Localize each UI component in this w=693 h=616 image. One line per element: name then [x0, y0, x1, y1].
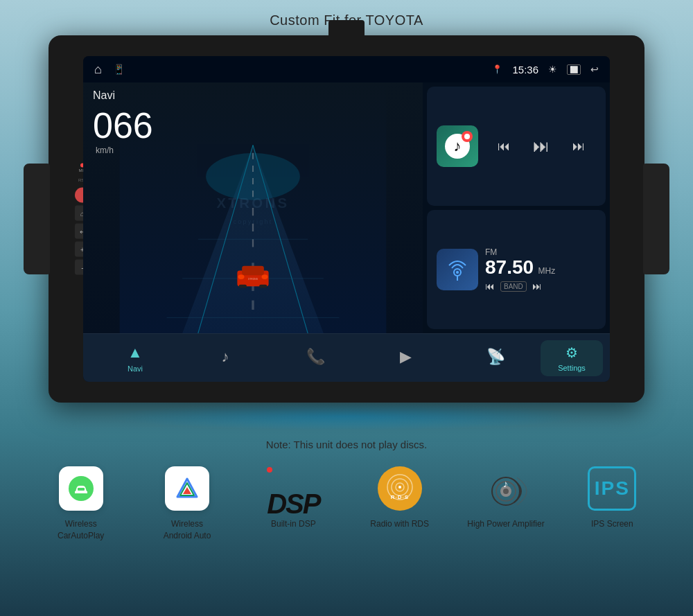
media-dock-icon: ▶: [400, 348, 412, 366]
dsp-label: Built-in DSP: [271, 518, 316, 530]
top-mount: [328, 20, 365, 37]
screen-dock: ▲ Navi ♪ 📞 ▶ 📡: [83, 333, 610, 382]
speed-unit: km/h: [96, 146, 114, 155]
svg-text:XTRONS: XTRONS: [216, 195, 289, 211]
amp-icon-box: ♪: [482, 464, 530, 513]
features-row: WirelessCarAutoPlay WirelessAndroid Auto: [0, 464, 693, 542]
phone-dock-icon: 📞: [306, 348, 325, 366]
navi-dock-icon: ▲: [128, 344, 143, 362]
svg-rect-14: [259, 285, 267, 288]
svg-rect-25: [77, 493, 80, 495]
svg-rect-12: [242, 266, 264, 276]
rds-label: Radio with RDS: [370, 518, 429, 530]
rds-inner: R·D·S: [383, 470, 417, 507]
music-widget: ♪ ⏮ ⏭ ⏭: [427, 87, 606, 206]
note-text: Note: This unit does not play discs.: [0, 439, 693, 450]
speed-display: 066 km/h: [93, 88, 153, 156]
svg-text:XTRONS: XTRONS: [248, 278, 258, 281]
feature-android-auto: WirelessAndroid Auto: [134, 464, 240, 542]
feature-dsp: DSP Built-in DSP: [240, 464, 346, 542]
dock-music[interactable]: ♪: [180, 348, 270, 369]
fm-band-button[interactable]: BAND: [500, 281, 527, 292]
right-panel: ♪ ⏮ ⏭ ⏭: [423, 82, 610, 333]
svg-point-21: [456, 271, 459, 274]
feature-rds: R·D·S Radio with RDS: [346, 464, 453, 542]
fm-icon-box: [437, 249, 478, 290]
android-auto-label: WirelessAndroid Auto: [164, 518, 211, 542]
fm-controls: ⏮ BAND ⏭: [485, 281, 596, 292]
svg-rect-26: [82, 493, 85, 495]
phone-status-icon: 📱: [113, 64, 125, 75]
carplay-label: WirelessCarAutoPlay: [58, 518, 104, 542]
music-icon-box: ♪: [437, 125, 478, 167]
features-section: WirelessCarAutoPlay WirelessAndroid Auto: [0, 464, 693, 542]
settings-dock-label: Settings: [558, 364, 586, 372]
brightness-icon[interactable]: ☀: [548, 64, 557, 75]
dsp-text: DSP: [267, 457, 319, 520]
window-icon[interactable]: ⬜: [567, 64, 581, 75]
rec-indicator: [462, 131, 473, 142]
ips-icon-box: IPS: [588, 466, 636, 511]
svg-point-41: [503, 489, 509, 494]
next-button[interactable]: ⏭: [572, 139, 585, 154]
fm-next-button[interactable]: ⏭: [532, 281, 542, 292]
svg-point-15: [238, 274, 245, 279]
navi-panel: Navi 066 km/h: [83, 82, 423, 333]
car-silhouette: XTRONS: [237, 266, 268, 288]
svg-point-16: [261, 274, 267, 279]
dock-phone[interactable]: 📞: [270, 348, 360, 369]
fm-info: FM 87.50 MHz ⏮ BAND ⏭: [485, 247, 596, 292]
fm-prev-button[interactable]: ⏮: [485, 281, 495, 292]
bracket-right: [643, 164, 669, 274]
svg-text:copyright: copyright: [233, 218, 272, 225]
svg-text:♪: ♪: [503, 478, 508, 489]
music-controls: ⏮ ⏭ ⏭: [486, 137, 596, 156]
dock-radio[interactable]: 📡: [450, 348, 541, 369]
android-auto-icon-box: [163, 464, 211, 513]
svg-text:R·D·S: R·D·S: [390, 494, 408, 500]
home-icon[interactable]: ⌂: [94, 62, 102, 77]
time-display: 15:36: [512, 64, 538, 76]
android-auto-svg: [172, 473, 202, 504]
unit-glow-shadow: [104, 403, 589, 430]
playpause-button[interactable]: ⏭: [533, 137, 550, 156]
navi-dock-label: Navi: [128, 364, 143, 373]
dsp-icon-box: DSP: [269, 464, 317, 513]
svg-rect-13: [239, 285, 247, 288]
prev-button[interactable]: ⏮: [498, 139, 510, 154]
settings-dock-icon: ⚙: [565, 344, 578, 361]
screen-main-content: Navi 066 km/h: [83, 82, 610, 333]
topbar-right: 📍 15:36 ☀ ⬜ ↩: [492, 64, 599, 76]
radio-dock-icon: 📡: [486, 348, 505, 366]
carplay-svg: [66, 473, 96, 504]
rds-outer: R·D·S: [378, 466, 422, 511]
fm-label: FM: [485, 247, 596, 257]
topbar-left: ⌂ 📱: [94, 62, 125, 77]
navi-content: Navi 066 km/h: [83, 82, 423, 333]
dsp-icon: DSP: [269, 468, 317, 509]
ips-label: IPS Screen: [591, 518, 633, 530]
fm-unit: MHz: [538, 266, 556, 276]
dock-settings[interactable]: ⚙ Settings: [541, 340, 603, 376]
svg-point-36: [398, 486, 401, 489]
back-icon[interactable]: ↩: [590, 64, 599, 75]
android-auto-icon: [165, 466, 209, 511]
rds-svg: R·D·S: [383, 470, 417, 504]
location-icon: 📍: [492, 64, 502, 74]
fm-frequency-display: 87.50 MHz: [485, 257, 596, 279]
dock-navi[interactable]: ▲ Navi: [90, 344, 180, 373]
speed-number: 066: [93, 107, 153, 143]
radio-icon: [444, 256, 471, 283]
feature-amp: ♪ High Power Amplifier: [453, 464, 559, 542]
amp-label: High Power Amplifier: [467, 518, 544, 530]
svg-rect-27: [78, 488, 85, 491]
screen-topbar: ⌂ 📱 📍 15:36 ☀ ⬜ ↩: [83, 56, 610, 82]
rds-icon-box: R·D·S: [376, 464, 424, 513]
amp-svg: ♪: [484, 466, 528, 511]
carplay-icon-box: [57, 464, 105, 513]
feature-ips: IPS IPS Screen: [559, 464, 665, 542]
bracket-left: [24, 164, 50, 274]
dock-media[interactable]: ▶: [360, 348, 450, 369]
ips-icon-box-wrapper: IPS: [588, 464, 636, 513]
music-dock-icon: ♪: [222, 348, 229, 366]
